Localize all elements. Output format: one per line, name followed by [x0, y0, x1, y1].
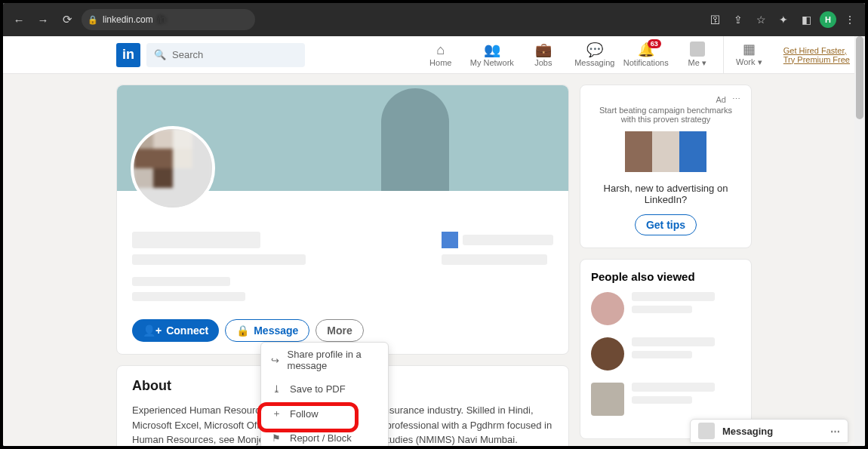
forward-button[interactable]: → [33, 10, 53, 29]
premium-promo[interactable]: Get Hired Faster, Try Premium Free [783, 46, 850, 64]
key-icon[interactable]: ⚿ [706, 11, 725, 29]
more-dropdown: ↪Share profile in a message ⤓Save to PDF… [260, 342, 389, 446]
address-bar[interactable]: 🔒 linkedin.com/in [82, 9, 255, 30]
ad-label: Ad [716, 95, 726, 104]
profile-card: 👤+Connect 🔒Message More ↪Share profile i… [116, 85, 569, 355]
apps-icon: ▦ [743, 42, 756, 56]
page-scrollbar[interactable] [854, 36, 865, 446]
education-name [442, 254, 547, 265]
profile-location [132, 277, 230, 286]
browser-toolbar: ← → ⟳ 🔒 linkedin.com/in ⚿ ⇪ ☆ ✦ ◧ H ⋮ [3, 3, 865, 36]
people-also-viewed-card: People also viewed [580, 259, 752, 439]
pav-item[interactable] [591, 337, 740, 371]
company-name [463, 235, 553, 245]
search-input[interactable]: 🔍 Search [146, 43, 305, 67]
messaging-caret-icon: ⋯ [830, 426, 840, 437]
profile-headline [132, 254, 306, 265]
messaging-icon: 💬 [586, 43, 603, 57]
nav-notifications[interactable]: 🔔63Notifications [620, 36, 672, 73]
jobs-icon: 💼 [535, 43, 552, 57]
nav-network[interactable]: 👥My Network [466, 36, 518, 73]
search-icon: 🔍 [154, 49, 166, 60]
flag-icon: ⚑ [270, 432, 282, 444]
notifications-badge: 63 [648, 39, 661, 48]
pav-heading: People also viewed [591, 270, 740, 283]
nav-home[interactable]: ⌂Home [415, 36, 466, 73]
pav-item[interactable] [591, 383, 740, 416]
dropdown-follow[interactable]: ＋Follow [261, 401, 388, 426]
share-arrow-icon: ↪ [270, 355, 280, 366]
url-domain: linkedin.com [103, 14, 153, 25]
sidepanel-icon[interactable]: ◧ [797, 11, 815, 29]
pav-item[interactable] [591, 292, 740, 325]
ad-card: Ad⋯ Start beating campaign benchmarks wi… [580, 85, 752, 248]
company-logo [442, 232, 458, 248]
network-icon: 👥 [484, 43, 500, 57]
profile-name [132, 232, 260, 248]
dropdown-save-pdf[interactable]: ⤓Save to PDF [261, 377, 388, 401]
nav-jobs[interactable]: 💼Jobs [518, 36, 569, 73]
linkedin-logo[interactable]: in [116, 43, 140, 67]
connect-icon: 👤+ [143, 324, 162, 337]
messaging-label: Messaging [722, 426, 773, 437]
ad-text: Start beating campaign benchmarks with t… [591, 106, 740, 124]
ad-question: Harsh, new to advertising on LinkedIn? [591, 183, 740, 205]
extensions-icon[interactable]: ✦ [774, 11, 793, 29]
home-icon: ⌂ [436, 43, 445, 57]
messaging-bar[interactable]: Messaging ⋯ [690, 419, 848, 443]
dropdown-share[interactable]: ↪Share profile in a message [261, 343, 388, 377]
connect-button[interactable]: 👤+Connect [132, 319, 219, 342]
share-icon[interactable]: ⇪ [729, 11, 747, 29]
nav-me[interactable]: Me ▾ [672, 36, 723, 73]
profile-photo[interactable] [131, 126, 215, 211]
lock-icon: 🔒 [88, 15, 98, 25]
nav-messaging[interactable]: 💬Messaging [569, 36, 620, 73]
chrome-profile-avatar[interactable]: H [820, 11, 836, 28]
messaging-avatar [698, 423, 715, 439]
dropdown-report-block[interactable]: ⚑Report / Block [261, 426, 388, 446]
linkedin-navbar: in 🔍 Search ⌂Home 👥My Network 💼Jobs 💬Mes… [3, 36, 865, 74]
chrome-menu-icon[interactable]: ⋮ [841, 11, 859, 29]
lock-icon: 🔒 [236, 324, 249, 337]
ad-cta-button[interactable]: Get tips [635, 214, 697, 235]
nav-work[interactable]: ▦Work ▾ [723, 36, 774, 73]
me-avatar-icon [690, 42, 705, 57]
profile-connections [132, 292, 245, 301]
message-button[interactable]: 🔒Message [225, 319, 309, 342]
ad-image [591, 131, 740, 172]
back-button[interactable]: ← [9, 10, 29, 29]
more-button[interactable]: More [315, 319, 363, 342]
download-icon: ⤓ [270, 383, 282, 395]
bookmark-icon[interactable]: ☆ [752, 11, 770, 29]
plus-icon: ＋ [270, 407, 282, 420]
ad-menu-icon[interactable]: ⋯ [732, 94, 740, 104]
reload-button[interactable]: ⟳ [57, 10, 77, 29]
